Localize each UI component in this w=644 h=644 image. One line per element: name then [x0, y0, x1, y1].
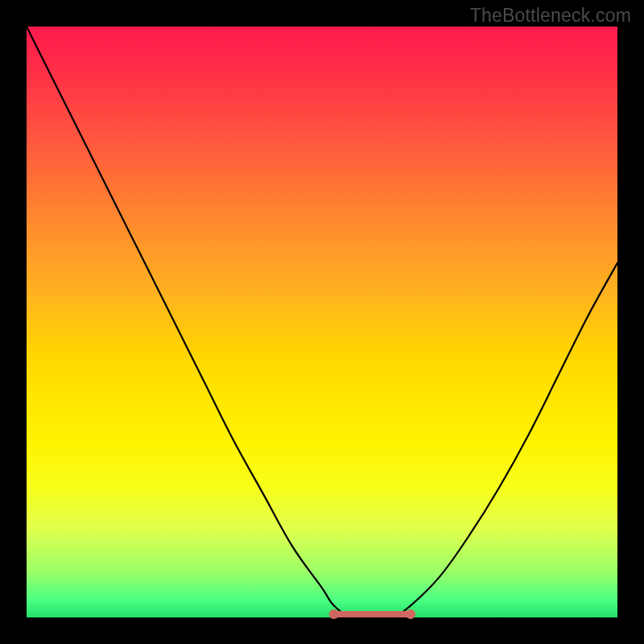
watermark-text: TheBottleneck.com	[470, 5, 631, 27]
chart-frame: TheBottleneck.com	[0, 0, 644, 644]
flat-region-start-cap	[329, 609, 339, 619]
bottleneck-curve	[27, 27, 617, 618]
flat-region-end-cap	[406, 609, 415, 619]
curve-layer	[27, 27, 617, 617]
plot-area	[27, 27, 617, 617]
